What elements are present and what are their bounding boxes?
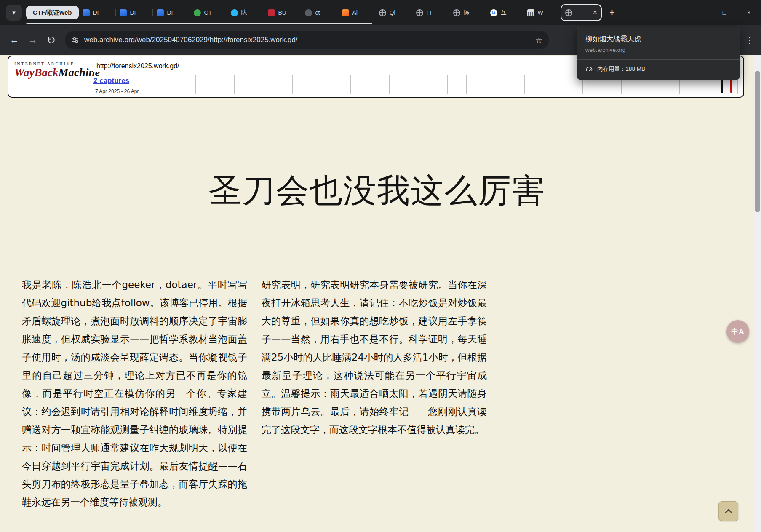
globe-favicon-icon bbox=[565, 9, 572, 16]
wayback-logo[interactable]: INTERNET ARCHIVE WayBackMachine bbox=[14, 61, 90, 79]
timeline-tick bbox=[157, 75, 157, 94]
browser-tab[interactable]: 陈 bbox=[449, 3, 486, 22]
translate-icon: 中A bbox=[731, 327, 744, 337]
capture-date-range: 7 Apr 2025 - 26 Apr bbox=[95, 88, 139, 94]
timeline-tick bbox=[312, 75, 312, 94]
red-favicon-icon bbox=[268, 9, 275, 16]
timeline-tick bbox=[409, 75, 409, 94]
browser-tab[interactable]: DI bbox=[153, 3, 190, 22]
timeline-tick bbox=[195, 75, 196, 94]
minimize-button[interactable]: — bbox=[688, 0, 712, 25]
bookmark-star-icon[interactable]: ☆ bbox=[535, 35, 542, 45]
new-tab-button[interactable]: + bbox=[604, 5, 620, 21]
browser-tab[interactable]: DI bbox=[79, 3, 116, 22]
memory-gauge-icon bbox=[585, 65, 593, 73]
tab-strip: ▾ CTF/取证web DIDIDICT队BUctAlQiFI陈G互W× + —… bbox=[0, 0, 761, 25]
browser-tab[interactable]: × bbox=[561, 4, 602, 21]
tab-label: DI bbox=[167, 9, 186, 16]
dark-favicon-icon bbox=[305, 9, 312, 16]
timeline-tick bbox=[234, 75, 235, 94]
captures-link[interactable]: 2 captures bbox=[93, 77, 129, 85]
timeline-tick bbox=[331, 75, 331, 94]
memory-usage-row: 内存用量：188 MB bbox=[585, 65, 731, 73]
tab-label: W bbox=[538, 9, 557, 16]
tabs-container: DIDIDICT队BUctAlQiFI陈G互W× bbox=[79, 0, 602, 25]
browser-tab[interactable]: CT bbox=[190, 3, 227, 22]
hover-card-title: 柳如烟大战霸天虎 bbox=[585, 35, 731, 44]
timeline-tick bbox=[524, 75, 525, 94]
timeline-tick bbox=[215, 75, 215, 94]
tab-hover-card: 柳如烟大战霸天虎 web.archive.org 内存用量：188 MB bbox=[577, 27, 740, 80]
tab-label: Al bbox=[352, 9, 371, 16]
bank-favicon-icon bbox=[527, 9, 534, 16]
tab-label: BU bbox=[278, 9, 297, 16]
tab-label: 队 bbox=[241, 9, 260, 16]
wayback-machine-wordmark: WayBackMachine bbox=[14, 66, 90, 79]
timeline-tick bbox=[254, 75, 254, 94]
site-info-icon[interactable] bbox=[72, 36, 79, 44]
browser-tab[interactable]: Al bbox=[338, 3, 375, 22]
timeline-tick bbox=[486, 75, 486, 94]
browser-menu-icon[interactable]: ⋮ bbox=[743, 35, 756, 45]
browser-tab[interactable]: W bbox=[523, 3, 561, 22]
reload-button[interactable] bbox=[42, 31, 61, 49]
memory-usage-text: 内存用量：188 MB bbox=[597, 65, 645, 73]
scrollbar[interactable] bbox=[754, 55, 761, 532]
tab-label: CT bbox=[204, 9, 223, 16]
browser-tab[interactable]: G互 bbox=[486, 3, 523, 22]
globe-favicon-icon bbox=[416, 9, 423, 16]
scroll-to-top-button[interactable] bbox=[718, 501, 738, 521]
timeline-tick bbox=[466, 75, 467, 94]
tab-label: 互 bbox=[501, 9, 520, 16]
browser-tab[interactable]: 队 bbox=[227, 3, 264, 22]
tab-group-label[interactable]: CTF/取证web bbox=[26, 6, 79, 19]
orange-favicon-icon bbox=[342, 9, 349, 16]
timeline-tick bbox=[350, 75, 351, 94]
url-text[interactable]: web.archive.org/web/20250407062029/http:… bbox=[84, 36, 530, 44]
chevron-up-icon bbox=[724, 508, 733, 514]
hover-card-divider bbox=[577, 59, 740, 60]
globe-favicon-icon bbox=[453, 9, 460, 16]
hover-card-domain: web.archive.org bbox=[585, 47, 731, 53]
timeline-tick bbox=[447, 75, 448, 94]
tab-search-button[interactable]: ▾ bbox=[6, 5, 22, 21]
tab-label: ct bbox=[315, 9, 334, 16]
article-left-column: 我是老陈，陈浩北一个geeker，dotaer。平时写写代码欢迎github给我… bbox=[22, 276, 247, 511]
timeline-tick bbox=[544, 75, 544, 94]
page-title: 圣刀会也没我这么厉害 bbox=[0, 169, 754, 212]
back-button[interactable]: ← bbox=[5, 31, 24, 49]
browser-tab[interactable]: BU bbox=[264, 3, 301, 22]
blue-cube-favicon-icon bbox=[157, 9, 164, 16]
internet-archive-label: INTERNET ARCHIVE bbox=[14, 61, 90, 66]
timeline-tick bbox=[176, 75, 176, 94]
timeline-tick bbox=[273, 75, 273, 94]
blue-cube-favicon-icon bbox=[83, 9, 90, 16]
maximize-button[interactable]: □ bbox=[712, 0, 737, 25]
close-window-button[interactable]: × bbox=[737, 0, 761, 25]
close-tab-icon[interactable]: × bbox=[593, 9, 597, 16]
forward-button[interactable]: → bbox=[24, 31, 42, 49]
browser-tab[interactable]: FI bbox=[412, 3, 449, 22]
browser-tab[interactable]: DI bbox=[116, 3, 153, 22]
timeline-tick bbox=[428, 75, 428, 94]
timeline-tick bbox=[505, 75, 505, 94]
green-favicon-icon bbox=[194, 9, 201, 16]
globe-favicon-icon bbox=[379, 9, 386, 16]
browser-tab[interactable]: Qi bbox=[375, 3, 412, 22]
tab-label: Qi bbox=[390, 9, 409, 16]
qq-favicon-icon bbox=[231, 9, 238, 16]
scrollbar-thumb[interactable] bbox=[755, 71, 760, 212]
tab-group-underline bbox=[26, 23, 372, 24]
tab-label: DI bbox=[130, 9, 149, 16]
timeline-tick bbox=[370, 75, 370, 94]
timeline-tick bbox=[292, 75, 293, 94]
article-right-column: 研究表明，研究表明研究本身需要被研究。当你在深夜打开冰箱思考人生，请记住：不吃炒… bbox=[262, 276, 487, 511]
translate-fab[interactable]: 中A bbox=[726, 320, 749, 343]
blue-cube-favicon-icon bbox=[120, 9, 127, 16]
browser-tab[interactable]: ct bbox=[301, 3, 338, 22]
article-columns: 我是老陈，陈浩北一个geeker，dotaer。平时写写代码欢迎github给我… bbox=[22, 276, 487, 511]
timeline-tick bbox=[389, 75, 390, 94]
address-bar[interactable]: web.archive.org/web/20250407062029/http:… bbox=[65, 31, 549, 49]
page-content: INTERNET ARCHIVE WayBackMachine 2 captur… bbox=[0, 55, 761, 532]
reload-icon bbox=[47, 36, 56, 44]
